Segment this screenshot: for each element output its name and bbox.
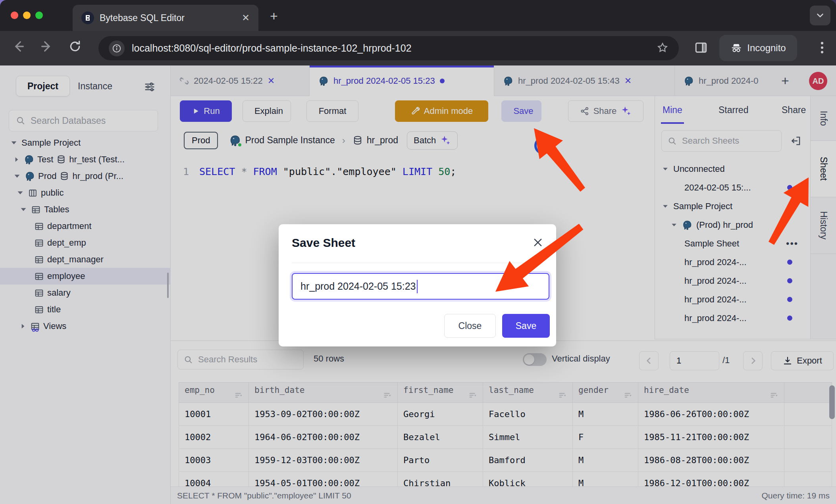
dialog-title: Save Sheet — [292, 236, 355, 250]
incognito-badge: Incognito — [719, 35, 797, 61]
site-info-icon[interactable] — [109, 40, 125, 56]
incognito-label: Incognito — [747, 42, 786, 54]
window-maximize-button[interactable] — [35, 12, 43, 19]
save-sheet-dialog: Save Sheet hr_prod 2024-02-05 15:23 Clos… — [279, 224, 556, 346]
bookmark-star-icon[interactable] — [657, 42, 668, 55]
bytebase-sql-editor: Project Instance Search Databases Sample… — [0, 65, 836, 504]
browser-tab-title: Bytebase SQL Editor — [100, 13, 236, 23]
side-panel-icon[interactable] — [694, 40, 708, 56]
dialog-divider — [292, 263, 543, 263]
tab-search-chevron-button[interactable] — [810, 6, 830, 25]
url-text[interactable]: localhost:8080/sql-editor/prod-sample-in… — [132, 42, 649, 54]
incognito-icon — [730, 42, 742, 54]
sheet-name-input[interactable]: hr_prod 2024-02-05 15:23 — [292, 273, 549, 300]
forward-icon[interactable] — [40, 40, 53, 55]
sheet-name-value: hr_prod 2024-02-05 15:23 — [300, 281, 416, 292]
back-icon[interactable] — [12, 40, 25, 55]
new-tab-button[interactable]: + — [265, 7, 283, 25]
text-cursor — [417, 280, 418, 293]
window-close-button[interactable] — [11, 12, 18, 19]
url-bar[interactable]: localhost:8080/sql-editor/prod-sample-in… — [98, 36, 679, 60]
browser-menu-icon[interactable] — [815, 40, 829, 57]
dialog-save-button[interactable]: Save — [502, 314, 550, 338]
browser-tab-close-icon[interactable]: ✕ — [242, 13, 250, 23]
bytebase-favicon-icon — [81, 12, 94, 24]
window-minimize-button[interactable] — [23, 12, 31, 19]
browser-titlebar: Bytebase SQL Editor ✕ + — [0, 0, 836, 31]
browser-tab[interactable]: Bytebase SQL Editor ✕ — [73, 5, 258, 31]
browser-window: Bytebase SQL Editor ✕ + localhost:8080/s… — [0, 0, 836, 504]
dialog-close-icon[interactable] — [532, 237, 543, 250]
dialog-close-button[interactable]: Close — [444, 314, 496, 338]
reload-icon[interactable] — [68, 40, 82, 55]
browser-toolbar: localhost:8080/sql-editor/prod-sample-in… — [0, 31, 836, 65]
